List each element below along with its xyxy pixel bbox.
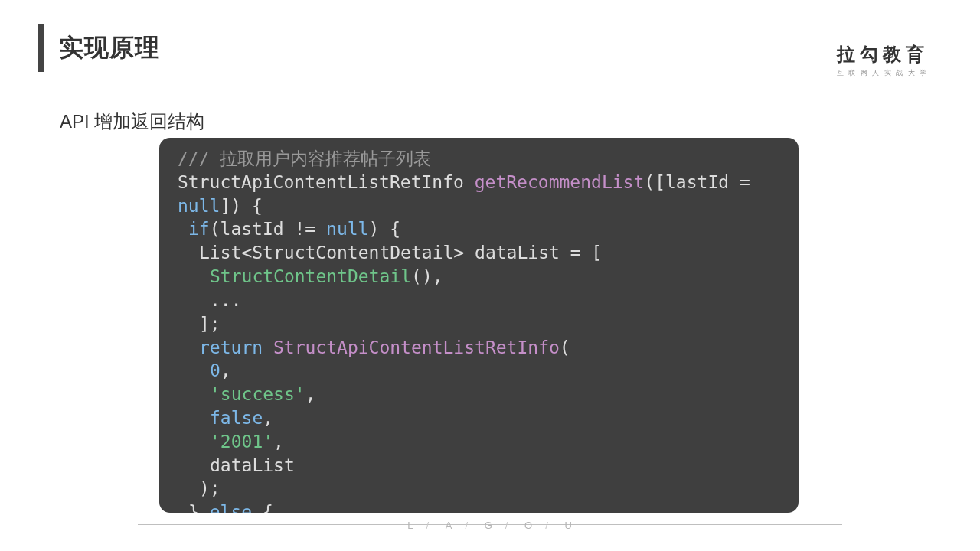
code-comma3: , bbox=[305, 384, 316, 404]
code-list-decl-type: StructContentDetail bbox=[252, 243, 453, 262]
code-list-decl-a: List< bbox=[199, 243, 252, 262]
code-ret-open: ( bbox=[560, 337, 570, 357]
footer-o: O bbox=[524, 520, 533, 531]
code-list-decl-b: > dataList = [ bbox=[453, 243, 602, 262]
footer-a: A bbox=[446, 520, 453, 531]
section-subtitle: API 增加返回结构 bbox=[60, 109, 204, 134]
footer-letters: L/ A/ G/ O/ U bbox=[0, 520, 980, 531]
code-arg-str1: 'success' bbox=[210, 384, 305, 404]
code-if-null: null bbox=[326, 219, 368, 239]
code-arg-str2: '2001' bbox=[210, 432, 273, 452]
code-param-open: ([ bbox=[644, 172, 665, 192]
code-comma4: , bbox=[263, 408, 273, 428]
code-comma2: , bbox=[220, 360, 231, 380]
code-return-type: StructApiContentListRetInfo bbox=[178, 172, 464, 192]
code-comma1: , bbox=[433, 266, 443, 286]
code-else-kw: else bbox=[210, 502, 252, 513]
code-if-op: != bbox=[284, 219, 326, 239]
code-param-default: null bbox=[178, 196, 220, 216]
slide: 实现原理 拉勾教育 — 互 联 网 人 实 战 大 学 — API 增加返回结构… bbox=[0, 0, 980, 551]
code-block: /// 拉取用户内容推荐帖子列表 StructApiContentListRet… bbox=[159, 138, 799, 513]
code-block-close: } bbox=[188, 502, 199, 513]
code-ctor1: StructContentDetail bbox=[210, 266, 411, 286]
code-if-kw: if bbox=[188, 219, 210, 239]
code-list-close: ]; bbox=[199, 314, 220, 334]
footer-sep1: / bbox=[426, 520, 430, 531]
code-if-var: lastId bbox=[220, 219, 284, 239]
code-if-open: ( bbox=[210, 219, 220, 239]
code-ellipsis: ... bbox=[210, 290, 242, 310]
title-rule bbox=[38, 24, 44, 72]
title-bar: 实现原理 bbox=[38, 24, 160, 72]
code-arg-num: 0 bbox=[210, 360, 220, 380]
footer-sep2: / bbox=[465, 520, 469, 531]
code-ctor1-paren: () bbox=[411, 266, 433, 286]
footer-l: L bbox=[407, 520, 413, 531]
code-comma5: , bbox=[273, 432, 284, 452]
footer-sep3: / bbox=[505, 520, 509, 531]
code-arg-bool: false bbox=[210, 408, 263, 428]
footer-u: U bbox=[564, 520, 572, 531]
brand-logo-main: 拉勾教育 bbox=[825, 42, 940, 67]
code-param-close: ]) { bbox=[220, 196, 262, 216]
code-func-name: getRecommendList bbox=[475, 172, 645, 192]
code-arg-ident: dataList bbox=[210, 455, 295, 475]
code-ret-ctor: StructApiContentListRetInfo bbox=[273, 337, 560, 357]
footer-g: G bbox=[485, 520, 493, 531]
brand-logo: 拉勾教育 — 互 联 网 人 实 战 大 学 — bbox=[825, 42, 940, 78]
code-comment: /// 拉取用户内容推荐帖子列表 bbox=[178, 148, 431, 168]
code-param-eq: = bbox=[729, 172, 750, 192]
code-else-open: { bbox=[252, 502, 273, 513]
brand-logo-sub: — 互 联 网 人 实 战 大 学 — bbox=[825, 68, 940, 78]
code-ret-close: ); bbox=[199, 478, 220, 498]
code-param-name: lastId bbox=[665, 172, 729, 192]
footer-sep4: / bbox=[545, 520, 549, 531]
page-title: 实现原理 bbox=[59, 31, 160, 65]
code-return-kw: return bbox=[199, 337, 263, 357]
code-if-close: ) { bbox=[368, 219, 400, 239]
